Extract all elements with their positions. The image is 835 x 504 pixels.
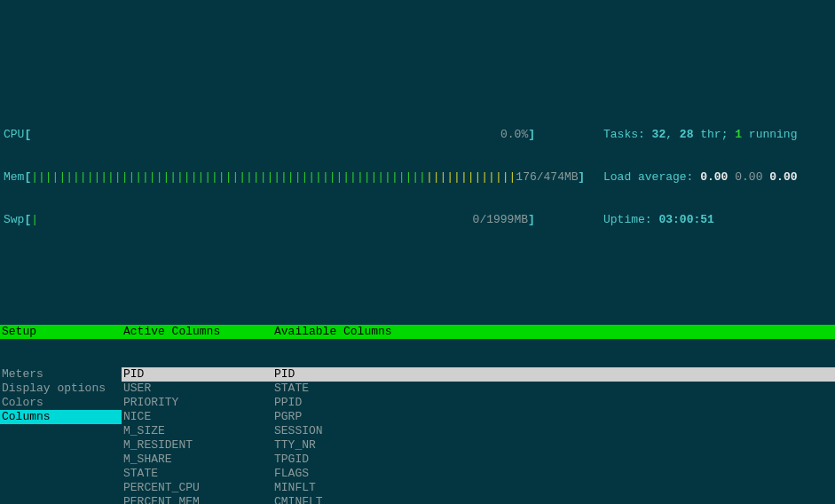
available-columns[interactable]: Available Columns PIDSTATEPPIDPGRPSESSIO… — [272, 296, 835, 504]
setup-menu-item[interactable]: Colors — [0, 396, 122, 410]
available-column-item[interactable]: FLAGS — [272, 467, 835, 481]
active-columns[interactable]: Active Columns PIDUSERPRIORITYNICEM_SIZE… — [122, 296, 272, 504]
available-column-item[interactable]: SESSION — [272, 424, 835, 438]
available-columns-header: Available Columns — [272, 325, 835, 339]
active-column-item[interactable]: STATE — [122, 467, 272, 481]
active-column-item[interactable]: M_RESIDENT — [122, 438, 272, 453]
available-column-item[interactable]: PPID — [272, 396, 835, 410]
available-column-item[interactable]: PGRP — [272, 410, 835, 424]
available-column-item[interactable]: CMINFLT — [272, 495, 835, 504]
available-column-item[interactable]: STATE — [272, 382, 835, 396]
cpu-meter: CPU[0.0%] — [4, 128, 586, 142]
available-column-item[interactable]: PID — [272, 367, 835, 382]
load-average: Load average: 0.00 0.00 0.00 — [603, 170, 835, 185]
active-columns-header: Active Columns — [122, 325, 272, 339]
tasks-info: Tasks: 32, 28 thr; 1 running — [603, 128, 835, 142]
mem-meter: Mem[||||||||||||||||||||||||||||||||||||… — [4, 170, 586, 185]
active-column-item[interactable]: M_SHARE — [122, 453, 272, 467]
available-column-item[interactable]: MINFLT — [272, 481, 835, 495]
available-column-item[interactable]: TTY_NR — [272, 438, 835, 453]
active-column-item[interactable]: PRIORITY — [122, 396, 272, 410]
available-column-item[interactable]: TPGID — [272, 453, 835, 467]
active-column-item[interactable]: PERCENT_MEM — [122, 495, 272, 504]
swp-meter: Swp[|0/1999MB] — [4, 213, 586, 227]
active-column-item[interactable]: USER — [122, 382, 272, 396]
setup-menu-item[interactable]: Meters — [0, 367, 122, 382]
setup-menu-item[interactable]: Display options — [0, 382, 122, 396]
active-column-item[interactable]: NICE — [122, 410, 272, 424]
setup-menu[interactable]: Setup MetersDisplay optionsColorsColumns — [0, 296, 122, 504]
active-column-item[interactable]: PERCENT_CPU — [122, 481, 272, 495]
setup-menu-item[interactable]: Columns — [0, 410, 122, 424]
setup-header: Setup — [0, 325, 122, 339]
active-column-item[interactable]: M_SIZE — [122, 424, 272, 438]
active-column-item[interactable]: PID — [122, 367, 272, 382]
uptime: Uptime: 03:00:51 — [603, 213, 835, 227]
